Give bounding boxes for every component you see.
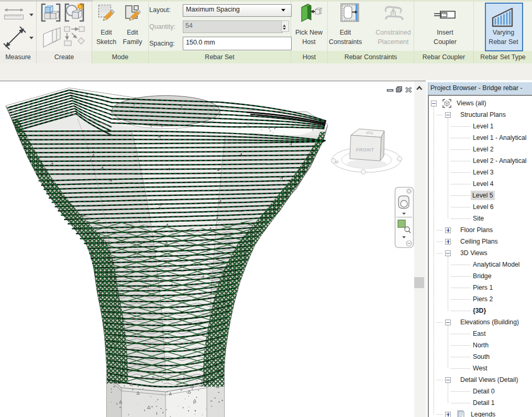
svg-text:TOP: TOP bbox=[365, 130, 373, 135]
svg-text:W: W bbox=[335, 159, 340, 164]
svg-text:FRONT: FRONT bbox=[356, 147, 374, 152]
